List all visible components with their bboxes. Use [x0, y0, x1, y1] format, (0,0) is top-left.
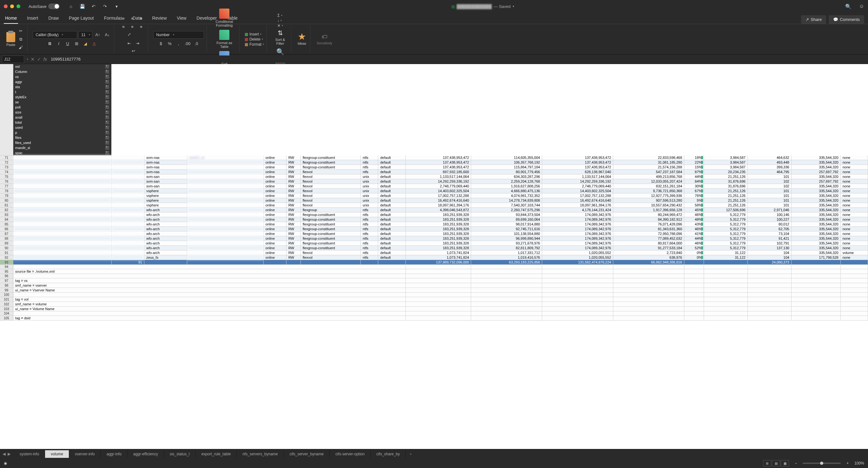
total-cell[interactable]: 137,889,732,096,000: [405, 260, 471, 265]
zoom-out-button[interactable]: −: [795, 461, 797, 465]
cell[interactable]: RW: [286, 250, 301, 255]
cell[interactable]: [13, 217, 111, 222]
row-header[interactable]: 92: [0, 255, 13, 260]
cell[interactable]: 137,438,953,472: [542, 155, 613, 160]
copy-icon[interactable]: ⧉: [17, 35, 25, 43]
align-right-icon[interactable]: ≡: [137, 23, 145, 31]
cell[interactable]: [542, 311, 613, 316]
cell[interactable]: [791, 269, 840, 274]
total-cell[interactable]: 63,293,183,225,856: [471, 260, 542, 265]
cell[interactable]: ntfs: [361, 255, 378, 260]
cell[interactable]: 30%: [684, 184, 704, 189]
note-cell[interactable]: ui_name = Volume Name: [13, 307, 405, 311]
row-header[interactable]: 93: [0, 260, 13, 265]
note-cell[interactable]: ui_name = Vserver Name: [13, 288, 405, 293]
cell[interactable]: 2,260,747,575,296: [471, 208, 542, 212]
cell[interactable]: [13, 255, 111, 260]
cell[interactable]: [747, 283, 791, 288]
cell[interactable]: [111, 236, 144, 241]
total-cell[interactable]: [286, 260, 301, 265]
total-cell[interactable]: [263, 260, 286, 265]
row-header[interactable]: 85: [0, 222, 13, 227]
sheet-tab-sis_status_l[interactable]: sis_status_l: [164, 450, 196, 458]
cell[interactable]: default: [378, 231, 405, 236]
share-button[interactable]: ↗Share: [801, 15, 826, 24]
cell[interactable]: [13, 189, 111, 193]
filter-icon[interactable]: [105, 115, 109, 119]
cell[interactable]: 31,122: [704, 255, 748, 260]
cell[interactable]: unix: [361, 179, 378, 184]
cell[interactable]: RW: [286, 160, 301, 165]
cell[interactable]: 1,019,416,576: [471, 255, 542, 260]
cell[interactable]: flexgroup-constituent: [301, 246, 361, 250]
cell[interactable]: [405, 283, 471, 288]
cell[interactable]: [13, 246, 111, 250]
cell[interactable]: 18,097,961,394,176: [542, 203, 613, 208]
cell[interactable]: [840, 311, 868, 316]
cell[interactable]: 52%: [684, 246, 704, 250]
cell[interactable]: ntfs: [361, 246, 378, 250]
cell[interactable]: svm-nas: [144, 155, 187, 160]
cell[interactable]: unix: [361, 184, 378, 189]
cell[interactable]: none: [840, 203, 868, 208]
row-header[interactable]: 94: [0, 265, 13, 269]
cell[interactable]: [704, 302, 748, 307]
filter-icon[interactable]: [105, 126, 109, 129]
save-icon[interactable]: 💾: [79, 3, 86, 10]
cell[interactable]: default: [378, 241, 405, 246]
cell[interactable]: 17,002,757,132,288: [405, 193, 471, 198]
cell[interactable]: 102: [747, 179, 791, 184]
cell[interactable]: none: [840, 189, 868, 193]
cell[interactable]: [111, 184, 144, 189]
cell[interactable]: [613, 293, 684, 297]
cell[interactable]: default: [378, 155, 405, 160]
cell[interactable]: 106,357,768,192: [471, 160, 542, 165]
cell[interactable]: [405, 293, 471, 297]
row-header[interactable]: 95: [0, 269, 13, 274]
cell[interactable]: online: [263, 174, 286, 179]
column-header-vs[interactable]: vs: [13, 74, 112, 79]
cell[interactable]: flexvol: [301, 179, 361, 184]
normal-view-button[interactable]: ⊞: [763, 460, 771, 466]
cell[interactable]: flexgroup-constituent: [301, 222, 361, 227]
cell[interactable]: [471, 278, 542, 283]
cell[interactable]: [791, 283, 840, 288]
cell[interactable]: RW: [286, 179, 301, 184]
cell[interactable]: [791, 311, 840, 316]
column-header-avail[interactable]: avail: [13, 115, 112, 120]
cell[interactable]: [684, 316, 704, 321]
cell[interactable]: 183,251,939,328: [405, 217, 471, 222]
cell[interactable]: svm-san: [144, 174, 187, 179]
row-header[interactable]: 101: [0, 297, 13, 302]
cell[interactable]: RW: [286, 193, 301, 198]
cell[interactable]: [13, 241, 111, 246]
cell[interactable]: 102: [747, 184, 791, 189]
cell[interactable]: [187, 203, 263, 208]
total-cell[interactable]: [684, 260, 704, 265]
cell[interactable]: 9,736,721,850,368: [613, 189, 684, 193]
spreadsheet-grid[interactable]: volColumnvsaggrstatstyleExsepolisizeavai…: [0, 64, 868, 449]
cell[interactable]: 14,403,602,325,504: [405, 189, 471, 193]
cell[interactable]: [187, 208, 263, 212]
cell[interactable]: wfo-arch: [144, 241, 187, 246]
cell[interactable]: [405, 265, 471, 269]
cell[interactable]: [613, 316, 684, 321]
cell[interactable]: ntfs: [361, 227, 378, 231]
filter-icon[interactable]: [105, 110, 109, 114]
cell[interactable]: none: [840, 241, 868, 246]
cell[interactable]: [111, 227, 144, 231]
cell[interactable]: [187, 250, 263, 255]
cell[interactable]: 14,403,602,325,504: [542, 189, 613, 193]
cell[interactable]: [840, 307, 868, 311]
cell[interactable]: default: [378, 203, 405, 208]
cell[interactable]: [111, 160, 144, 165]
cell[interactable]: [684, 265, 704, 269]
cell[interactable]: zeus_fs: [144, 255, 187, 260]
cell[interactable]: unix: [361, 189, 378, 193]
filter-icon[interactable]: [105, 95, 109, 99]
cell[interactable]: 3,984,587: [704, 160, 748, 165]
cell[interactable]: [405, 316, 471, 321]
cell[interactable]: none: [840, 179, 868, 184]
cell[interactable]: 335,544,320: [791, 212, 840, 217]
cell[interactable]: online: [263, 217, 286, 222]
